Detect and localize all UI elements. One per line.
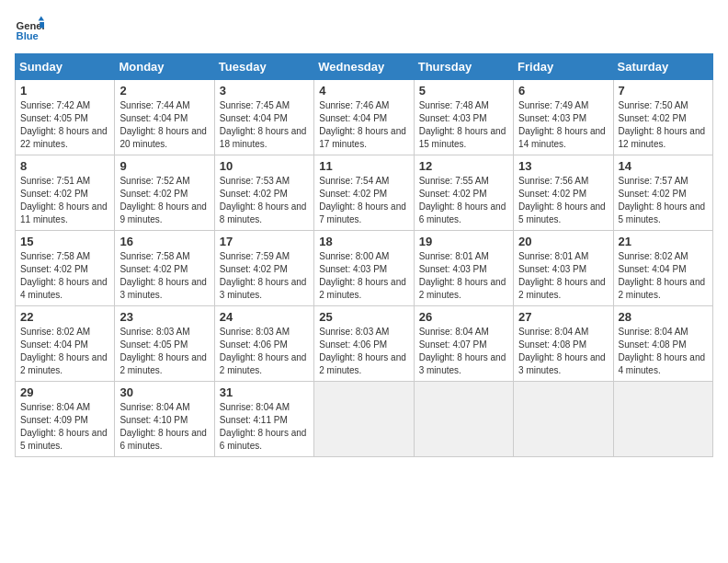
daylight: Daylight: 8 hours and 17 minutes. bbox=[319, 126, 406, 149]
calendar-cell: 3 Sunrise: 7:45 AM Sunset: 4:04 PM Dayli… bbox=[214, 80, 313, 155]
day-number: 16 bbox=[119, 235, 209, 248]
sunset: Sunset: 4:05 PM bbox=[20, 113, 88, 123]
weekday-header-sunday: Sunday bbox=[16, 54, 115, 80]
week-row-3: 15 Sunrise: 7:58 AM Sunset: 4:02 PM Dayl… bbox=[16, 231, 713, 306]
calendar-cell: 6 Sunrise: 7:49 AM Sunset: 4:03 PM Dayli… bbox=[514, 80, 613, 155]
sunset: Sunset: 4:11 PM bbox=[220, 415, 288, 425]
sunrise: Sunrise: 8:04 AM bbox=[20, 402, 90, 412]
day-number: 8 bbox=[20, 159, 109, 173]
sunset: Sunset: 4:06 PM bbox=[319, 339, 387, 350]
sunrise: Sunrise: 8:02 AM bbox=[619, 251, 688, 261]
day-number: 12 bbox=[419, 159, 508, 173]
calendar-cell: 8 Sunrise: 7:51 AM Sunset: 4:02 PM Dayli… bbox=[16, 155, 115, 231]
daylight: Daylight: 8 hours and 3 minutes. bbox=[518, 352, 606, 375]
daylight: Daylight: 8 hours and 3 minutes. bbox=[220, 277, 307, 300]
sunrise: Sunrise: 7:44 AM bbox=[119, 100, 189, 110]
sunset: Sunset: 4:02 PM bbox=[619, 189, 687, 199]
day-info: Sunrise: 8:01 AM Sunset: 4:03 PM Dayligh… bbox=[419, 250, 508, 302]
day-info: Sunrise: 8:04 AM Sunset: 4:09 PM Dayligh… bbox=[20, 401, 109, 453]
day-info: Sunrise: 7:53 AM Sunset: 4:02 PM Dayligh… bbox=[220, 175, 309, 226]
day-number: 14 bbox=[619, 159, 708, 173]
sunset: Sunset: 4:02 PM bbox=[119, 189, 188, 199]
day-number: 28 bbox=[619, 310, 708, 324]
sunrise: Sunrise: 7:54 AM bbox=[319, 176, 389, 186]
sunrise: Sunrise: 8:04 AM bbox=[119, 402, 189, 412]
day-number: 29 bbox=[20, 385, 109, 399]
sunrise: Sunrise: 7:52 AM bbox=[119, 176, 189, 186]
calendar-cell: 17 Sunrise: 7:59 AM Sunset: 4:02 PM Dayl… bbox=[214, 231, 313, 306]
sunset: Sunset: 4:09 PM bbox=[20, 415, 88, 425]
logo: General Blue bbox=[15, 15, 48, 44]
day-info: Sunrise: 8:04 AM Sunset: 4:11 PM Dayligh… bbox=[220, 401, 309, 453]
day-number: 15 bbox=[20, 235, 109, 248]
sunrise: Sunrise: 7:45 AM bbox=[220, 100, 290, 110]
day-number: 6 bbox=[518, 84, 608, 98]
sunset: Sunset: 4:05 PM bbox=[119, 339, 188, 350]
daylight: Daylight: 8 hours and 2 minutes. bbox=[619, 277, 706, 300]
sunset: Sunset: 4:02 PM bbox=[619, 113, 687, 123]
calendar-cell: 12 Sunrise: 7:55 AM Sunset: 4:02 PM Dayl… bbox=[414, 155, 513, 231]
daylight: Daylight: 8 hours and 18 minutes. bbox=[220, 126, 307, 149]
daylight: Daylight: 8 hours and 15 minutes. bbox=[419, 126, 506, 149]
sunset: Sunset: 4:03 PM bbox=[518, 264, 586, 274]
sunset: Sunset: 4:08 PM bbox=[518, 339, 586, 350]
sunrise: Sunrise: 7:49 AM bbox=[518, 100, 588, 110]
calendar-cell: 14 Sunrise: 7:57 AM Sunset: 4:02 PM Dayl… bbox=[613, 155, 712, 231]
sunrise: Sunrise: 7:57 AM bbox=[619, 176, 688, 186]
calendar-cell: 26 Sunrise: 8:04 AM Sunset: 4:07 PM Dayl… bbox=[414, 306, 513, 382]
daylight: Daylight: 8 hours and 20 minutes. bbox=[119, 126, 207, 149]
day-number: 27 bbox=[518, 310, 608, 324]
daylight: Daylight: 8 hours and 6 minutes. bbox=[119, 428, 207, 451]
sunrise: Sunrise: 8:04 AM bbox=[220, 402, 290, 412]
sunrise: Sunrise: 8:04 AM bbox=[518, 327, 588, 337]
day-info: Sunrise: 8:04 AM Sunset: 4:07 PM Dayligh… bbox=[419, 326, 508, 377]
calendar-cell: 24 Sunrise: 8:03 AM Sunset: 4:06 PM Dayl… bbox=[214, 306, 313, 382]
day-info: Sunrise: 7:55 AM Sunset: 4:02 PM Dayligh… bbox=[419, 175, 508, 226]
sunrise: Sunrise: 7:51 AM bbox=[20, 176, 90, 186]
calendar-cell: 13 Sunrise: 7:56 AM Sunset: 4:02 PM Dayl… bbox=[514, 155, 613, 231]
sunrise: Sunrise: 8:00 AM bbox=[319, 251, 389, 261]
sunset: Sunset: 4:04 PM bbox=[319, 113, 387, 123]
sunset: Sunset: 4:04 PM bbox=[220, 113, 288, 123]
daylight: Daylight: 8 hours and 2 minutes. bbox=[220, 352, 307, 375]
day-number: 26 bbox=[419, 310, 508, 324]
sunset: Sunset: 4:10 PM bbox=[119, 415, 188, 425]
sunset: Sunset: 4:06 PM bbox=[220, 339, 288, 350]
daylight: Daylight: 8 hours and 2 minutes. bbox=[319, 277, 406, 300]
sunrise: Sunrise: 8:03 AM bbox=[319, 327, 389, 337]
day-info: Sunrise: 7:48 AM Sunset: 4:03 PM Dayligh… bbox=[419, 99, 508, 151]
day-number: 4 bbox=[319, 84, 408, 98]
daylight: Daylight: 8 hours and 8 minutes. bbox=[220, 201, 307, 224]
week-row-1: 1 Sunrise: 7:42 AM Sunset: 4:05 PM Dayli… bbox=[16, 80, 713, 155]
page-header: General Blue bbox=[15, 15, 713, 44]
day-number: 9 bbox=[119, 159, 209, 173]
sunset: Sunset: 4:02 PM bbox=[518, 189, 586, 199]
calendar-cell bbox=[613, 382, 712, 457]
sunrise: Sunrise: 8:03 AM bbox=[220, 327, 290, 337]
calendar-cell bbox=[414, 382, 513, 457]
day-info: Sunrise: 7:58 AM Sunset: 4:02 PM Dayligh… bbox=[119, 250, 209, 302]
day-info: Sunrise: 7:57 AM Sunset: 4:02 PM Dayligh… bbox=[619, 175, 708, 226]
daylight: Daylight: 8 hours and 3 minutes. bbox=[419, 352, 506, 375]
week-row-5: 29 Sunrise: 8:04 AM Sunset: 4:09 PM Dayl… bbox=[16, 382, 713, 457]
daylight: Daylight: 8 hours and 7 minutes. bbox=[319, 201, 406, 224]
day-number: 20 bbox=[518, 235, 608, 248]
week-row-2: 8 Sunrise: 7:51 AM Sunset: 4:02 PM Dayli… bbox=[16, 155, 713, 231]
sunset: Sunset: 4:02 PM bbox=[220, 264, 288, 274]
day-info: Sunrise: 8:02 AM Sunset: 4:04 PM Dayligh… bbox=[619, 250, 708, 302]
weekday-header-wednesday: Wednesday bbox=[314, 54, 414, 80]
daylight: Daylight: 8 hours and 3 minutes. bbox=[119, 277, 207, 300]
weekday-header-monday: Monday bbox=[115, 54, 214, 80]
sunrise: Sunrise: 8:01 AM bbox=[419, 251, 489, 261]
day-number: 21 bbox=[619, 235, 708, 248]
day-info: Sunrise: 8:03 AM Sunset: 4:05 PM Dayligh… bbox=[119, 326, 209, 377]
weekday-header-thursday: Thursday bbox=[414, 54, 513, 80]
sunrise: Sunrise: 7:55 AM bbox=[419, 176, 489, 186]
calendar-cell: 31 Sunrise: 8:04 AM Sunset: 4:11 PM Dayl… bbox=[214, 382, 313, 457]
day-number: 25 bbox=[319, 310, 408, 324]
sunset: Sunset: 4:04 PM bbox=[619, 264, 687, 274]
calendar-cell bbox=[514, 382, 613, 457]
calendar-cell: 27 Sunrise: 8:04 AM Sunset: 4:08 PM Dayl… bbox=[514, 306, 613, 382]
day-info: Sunrise: 8:04 AM Sunset: 4:08 PM Dayligh… bbox=[619, 326, 708, 377]
daylight: Daylight: 8 hours and 4 minutes. bbox=[619, 352, 706, 375]
